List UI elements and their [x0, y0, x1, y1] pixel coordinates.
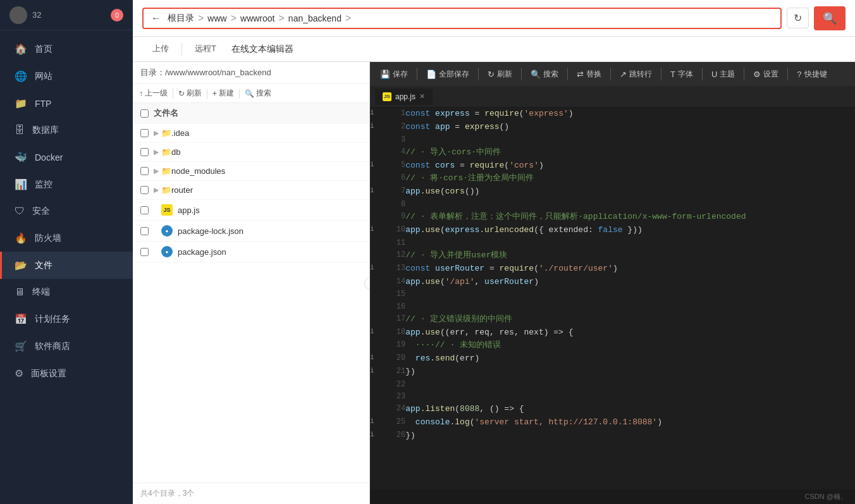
line-marker[interactable]: i	[370, 108, 376, 121]
line-marker[interactable]: i	[370, 352, 376, 366]
line-content[interactable]: console.log('server start, http://127.0.…	[405, 416, 855, 429]
line-content[interactable]: // · 定义错误级别的中间件	[405, 313, 855, 326]
sidebar-item-tasks[interactable]: 📅 计划任务	[0, 305, 133, 333]
line-content[interactable]	[405, 288, 855, 300]
line-content[interactable]: const userRouter = require('./router/use…	[405, 262, 855, 276]
file-checkbox[interactable]	[140, 248, 149, 256]
line-number: 6	[376, 172, 406, 185]
sidebar-item-panel[interactable]: ⚙ 面板设置	[0, 360, 133, 387]
topbar-search-button[interactable]: 🔍	[814, 6, 846, 30]
breadcrumb-back-button[interactable]: ←	[151, 13, 161, 24]
file-checkbox[interactable]	[140, 186, 149, 194]
save-all-button[interactable]: 📄 全部保存	[420, 66, 476, 83]
sidebar-item-terminal[interactable]: 🖥 终端	[0, 279, 133, 305]
line-content[interactable]: app.listen(8088, () => {	[405, 403, 855, 416]
shortcut-label: 快捷键	[804, 69, 827, 80]
line-marker[interactable]: i	[370, 121, 376, 134]
line-marker[interactable]: i	[370, 429, 376, 443]
breadcrumb-backend[interactable]: nan_backend	[288, 13, 341, 23]
sidebar-item-home[interactable]: 🏠 首页	[0, 35, 133, 63]
close-tab-button[interactable]: ✕	[419, 92, 425, 101]
line-content[interactable]: app.use(express.urlencoded({ extended: f…	[405, 224, 855, 237]
file-up-button[interactable]: ↑ 上一级	[139, 88, 168, 99]
file-search-button[interactable]: 🔍 搜索	[245, 88, 271, 99]
line-content[interactable]: // · 导入并使用user模块	[405, 249, 855, 262]
file-checkbox[interactable]	[140, 129, 149, 137]
line-content[interactable]: const app = express()	[405, 121, 855, 134]
goto-button[interactable]: ↗ 跳转行	[613, 66, 658, 83]
list-item[interactable]: ▶ ● package-lock.json	[133, 221, 369, 242]
editor-tab-appjs[interactable]: JS app.js ✕	[375, 89, 433, 105]
file-checkbox[interactable]	[140, 206, 149, 214]
topbar-refresh-button[interactable]: ↻	[787, 8, 809, 28]
editor-body[interactable]: i 1 const express = require('express') i…	[370, 108, 855, 489]
line-content[interactable]: res.send(err)	[405, 352, 855, 366]
save-button[interactable]: 💾 保存	[374, 66, 414, 83]
sidebar-item-docker[interactable]: 🐳 Docker	[0, 144, 133, 171]
expand-icon[interactable]: ▶	[154, 148, 159, 156]
tab-upload[interactable]: 上传	[142, 38, 179, 61]
sidebar-item-security[interactable]: 🛡 安全	[0, 198, 133, 224]
sidebar-item-database[interactable]: 🗄 数据库	[0, 117, 133, 144]
replace-button[interactable]: ⇄ 替换	[570, 66, 608, 83]
list-item[interactable]: ▶ ● package.json	[133, 242, 369, 262]
line-marker[interactable]: i	[370, 224, 376, 237]
line-content[interactable]: const express = require('express')	[405, 108, 855, 121]
line-content[interactable]: })	[405, 429, 855, 443]
font-button[interactable]: T 字体	[664, 66, 699, 83]
search-button[interactable]: 🔍 搜索	[524, 66, 565, 83]
list-item[interactable]: ▶ 📁 .idea	[133, 124, 369, 143]
line-content[interactable]	[405, 237, 855, 249]
line-content[interactable]: ····// · 未知的错误	[405, 339, 855, 352]
file-refresh-button[interactable]: ↻ 刷新	[178, 88, 202, 99]
line-content[interactable]	[405, 301, 855, 313]
expand-icon[interactable]: ▶	[154, 129, 159, 137]
line-marker[interactable]: i	[370, 262, 376, 276]
breadcrumb-www[interactable]: www	[207, 13, 226, 23]
line-marker[interactable]: i	[370, 366, 376, 379]
file-checkbox[interactable]	[140, 227, 149, 235]
sidebar-item-firewall[interactable]: 🔥 防火墙	[0, 224, 133, 252]
line-content[interactable]: app.use(cors())	[405, 185, 855, 199]
line-content[interactable]: // · 表单解析，注意：这个中间件，只能解析·application/x-ww…	[405, 211, 855, 224]
line-content[interactable]: // · 将·cors·注册为全局中间件	[405, 172, 855, 185]
tab-remote[interactable]: 远程T	[185, 38, 226, 61]
line-marker[interactable]: i	[370, 326, 376, 340]
list-item[interactable]: ▶ 📁 db	[133, 143, 369, 162]
line-content[interactable]	[405, 391, 855, 403]
expand-icon[interactable]: ▶	[154, 167, 159, 175]
line-content[interactable]: // · 导入·cors·中间件	[405, 146, 855, 159]
line-content[interactable]: const cors = require('cors')	[405, 159, 855, 173]
sidebar-item-monitor[interactable]: 📊 监控	[0, 171, 133, 198]
file-name: .idea	[171, 128, 362, 138]
editor-refresh-button[interactable]: ↻ 刷新	[481, 66, 519, 83]
line-content[interactable]: app.use('/api', userRouter)	[405, 276, 855, 289]
breadcrumb-root[interactable]: 根目录	[168, 13, 194, 24]
line-marker[interactable]: i	[370, 159, 376, 173]
list-item[interactable]: ▶ 📁 router	[133, 181, 369, 200]
shortcut-button[interactable]: ? 快捷键	[790, 66, 833, 83]
line-content[interactable]	[405, 134, 855, 146]
line-content[interactable]	[405, 379, 855, 391]
sidebar-item-website[interactable]: 🌐 网站	[0, 63, 133, 90]
sidebar-item-ftp[interactable]: 📁 FTP	[0, 90, 133, 117]
expand-icon[interactable]: ▶	[154, 186, 159, 194]
sidebar-item-store[interactable]: 🛒 软件商店	[0, 333, 133, 360]
sidebar-label-docker: Docker	[35, 152, 63, 163]
breadcrumb-wwwroot[interactable]: wwwroot	[240, 13, 274, 23]
line-content[interactable]: app.use((err, req, res, next) => {	[405, 326, 855, 340]
file-checkbox[interactable]	[140, 167, 149, 175]
line-content[interactable]	[405, 199, 855, 211]
select-all-checkbox[interactable]	[140, 109, 149, 118]
file-checkbox[interactable]	[140, 148, 149, 156]
line-marker[interactable]: i	[370, 416, 376, 429]
line-marker	[370, 249, 376, 262]
theme-button[interactable]: U 主题	[705, 66, 741, 83]
list-item[interactable]: ▶ 📁 node_modules	[133, 162, 369, 181]
file-new-button[interactable]: + 新建	[212, 88, 234, 99]
line-marker[interactable]: i	[370, 185, 376, 199]
sidebar-item-files[interactable]: 📂 文件	[0, 252, 133, 279]
settings-button[interactable]: ⚙ 设置	[747, 66, 785, 83]
line-content[interactable]: })	[405, 366, 855, 379]
list-item[interactable]: ▶ JS app.js	[133, 200, 369, 221]
